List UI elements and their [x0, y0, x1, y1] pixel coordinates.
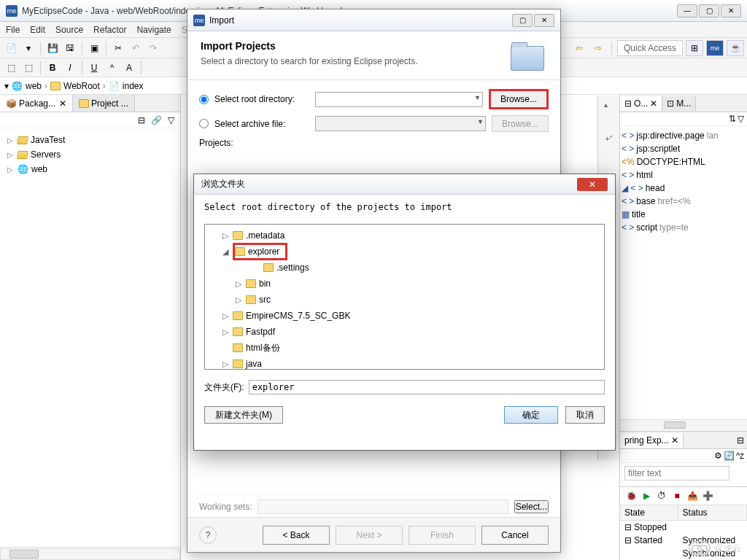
outline-item[interactable]: < > html: [622, 168, 746, 182]
refresh-button[interactable]: 🔄: [724, 451, 735, 461]
radio-archive-file[interactable]: [199, 119, 209, 128]
publish-button[interactable]: 📤: [686, 489, 699, 502]
browse-cancel-button[interactable]: 取消: [565, 406, 605, 424]
folder-tree-item[interactable]: ▷.metadata: [205, 228, 604, 244]
nav-back-button[interactable]: ⇦: [571, 40, 587, 56]
tree-item-servers[interactable]: ▷Servers: [3, 147, 177, 162]
link-with-editor-button[interactable]: 🔗: [150, 114, 163, 127]
folder-path-input[interactable]: [249, 380, 605, 394]
browse-root-button[interactable]: Browse...: [489, 89, 549, 109]
dropdown-icon[interactable]: ▾: [20, 40, 36, 56]
outline-item[interactable]: < > jsp:scriptlet: [622, 142, 746, 155]
outline-item[interactable]: ▦ title: [622, 208, 746, 221]
toggle-button[interactable]: ▣: [86, 40, 102, 56]
cancel-button[interactable]: Cancel: [481, 526, 549, 545]
bold-button[interactable]: B: [44, 60, 61, 76]
col-state[interactable]: State: [620, 505, 678, 520]
large-button[interactable]: A: [121, 60, 137, 76]
quick-access-field[interactable]: Quick Access: [617, 40, 683, 56]
menu-refactor[interactable]: Refactor: [93, 25, 126, 35]
col-status[interactable]: Status: [678, 505, 747, 520]
outline-tree[interactable]: < > jsp:directive.page lan< > jsp:script…: [620, 126, 747, 419]
minimize-button[interactable]: —: [677, 4, 697, 18]
underline-button[interactable]: U: [86, 60, 102, 76]
back-button[interactable]: < Back: [263, 526, 330, 545]
view-menu-button[interactable]: ▽: [738, 114, 744, 124]
close-button[interactable]: ✕: [721, 4, 741, 18]
folder-tree-item[interactable]: .settings: [205, 260, 604, 276]
tab-outline[interactable]: ⊟O...✕: [620, 96, 662, 111]
java-perspective-button[interactable]: ☕: [727, 40, 744, 56]
dialog-close-button[interactable]: ✕: [534, 14, 554, 27]
server-row[interactable]: ⊟ StartedSynchronized: [620, 534, 747, 547]
menu-file[interactable]: File: [6, 25, 20, 35]
server-row[interactable]: Synchronized: [620, 547, 747, 560]
sort-az-button[interactable]: ᴬz: [736, 451, 744, 461]
open-perspective-button[interactable]: ⊞: [686, 40, 703, 56]
tree-item-javatest[interactable]: ▷JavaTest: [3, 133, 177, 147]
crop-icon[interactable]: ✂: [110, 40, 126, 56]
ok-button[interactable]: 确定: [504, 406, 558, 424]
new-button[interactable]: 📄: [3, 40, 19, 56]
outline-item[interactable]: < > script type=te: [622, 221, 746, 234]
menu-navigate[interactable]: Navigate: [136, 25, 171, 35]
redo-button[interactable]: ↷: [145, 40, 161, 56]
help-button[interactable]: ?: [199, 526, 217, 544]
crumb-index[interactable]: index: [123, 81, 144, 91]
root-directory-input[interactable]: ▼: [315, 92, 483, 107]
horizontal-scrollbar[interactable]: [0, 548, 180, 560]
package-tree[interactable]: ▷JavaTest ▷Servers ▷🌐web: [0, 128, 180, 181]
crumb-webroot[interactable]: WebRoot: [63, 81, 100, 91]
undo-button[interactable]: ↶: [128, 40, 144, 56]
small-button[interactable]: ᴬ: [104, 60, 120, 76]
save-all-button[interactable]: 🖫: [62, 40, 78, 56]
folder-tree-item[interactable]: ◢explorer: [205, 244, 604, 260]
more-tabs-button[interactable]: ⊟: [737, 435, 744, 446]
new-folder-button[interactable]: 新建文件夹(M): [204, 406, 283, 424]
view-menu-button[interactable]: ▽: [164, 114, 177, 127]
folder-tree-item[interactable]: ▷src: [205, 292, 604, 308]
horizontal-scrollbar[interactable]: [620, 419, 747, 431]
folder-tree-item[interactable]: ▷Fastpdf: [205, 324, 604, 340]
sort-button[interactable]: ⇅: [729, 114, 736, 124]
debug-button[interactable]: 🐞: [624, 489, 638, 502]
folder-tree-item[interactable]: ▷EmpireCMS_7.5_SC_GBK: [205, 308, 604, 324]
outline-item[interactable]: ◢ < > head: [622, 182, 746, 195]
dropdown-icon[interactable]: ▼: [474, 94, 481, 101]
folder-tree[interactable]: ▷.metadata◢explorer.settings▷bin▷src▷Emp…: [204, 224, 605, 370]
outline-item[interactable]: <% DOCTYPE:HTML: [622, 155, 746, 168]
collapse-icon[interactable]: ▾: [4, 81, 9, 91]
server-row[interactable]: ⊟ Stopped: [620, 521, 747, 534]
italic-button[interactable]: I: [62, 60, 78, 76]
folder-tree-item[interactable]: ▷java: [205, 356, 604, 370]
style-button[interactable]: ⬚: [3, 60, 19, 76]
folder-tree-item[interactable]: html备份: [205, 340, 604, 356]
style2-button[interactable]: ⬚: [20, 60, 36, 76]
tab-package-explorer[interactable]: 📦Packag...✕: [0, 95, 73, 112]
browse-close-button[interactable]: ✕: [577, 178, 608, 191]
menu-source[interactable]: Source: [55, 25, 83, 35]
crumb-web[interactable]: web: [26, 81, 42, 91]
tab-minimap[interactable]: ⊡M...: [662, 96, 696, 111]
stop-button[interactable]: ■: [670, 489, 684, 502]
filter-text-input[interactable]: [624, 466, 729, 481]
add-button[interactable]: ➕: [701, 489, 714, 502]
nav-fwd-button[interactable]: ⇨: [590, 40, 606, 56]
scroll-up-icon[interactable]: ▴: [600, 98, 611, 110]
save-button[interactable]: 💾: [44, 40, 61, 56]
collapse-all-button[interactable]: ⊟: [135, 114, 148, 127]
maximize-button[interactable]: ▢: [699, 4, 719, 18]
radio-root-directory[interactable]: [199, 95, 209, 104]
folder-tree-item[interactable]: ▷bin: [205, 276, 604, 292]
tab-project-explorer[interactable]: Project ...: [73, 95, 135, 112]
profile-button[interactable]: ⏱: [655, 489, 668, 502]
myeclipse-perspective-button[interactable]: me: [706, 40, 724, 56]
tab-spring-explorer[interactable]: pring Exp...✕: [620, 433, 684, 448]
tree-item-web[interactable]: ▷🌐web: [3, 162, 177, 176]
outline-item[interactable]: < > base href=<%: [622, 195, 746, 208]
dialog-maximize-button[interactable]: ▢: [512, 14, 533, 27]
outline-item[interactable]: < > jsp:directive.page lan: [622, 129, 746, 142]
filter-button[interactable]: ⚙: [714, 451, 722, 461]
run-button[interactable]: ▶: [640, 489, 653, 502]
menu-edit[interactable]: Edit: [30, 25, 45, 35]
